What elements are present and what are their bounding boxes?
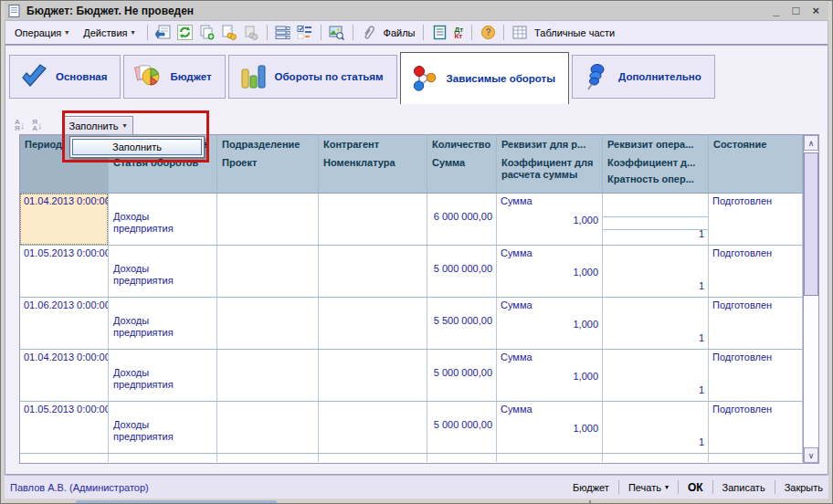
state-cell[interactable]: Подготовлен — [709, 350, 803, 401]
header-state[interactable]: Состояние — [709, 135, 803, 193]
header-contractor-nomenclature[interactable]: КонтрагентНоменклатура — [319, 135, 427, 193]
contractor-cell[interactable] — [319, 402, 427, 453]
amount-cell[interactable]: 5 000 000,00 — [427, 402, 497, 453]
period-cell[interactable]: 01.04.2013 0:00:00 — [20, 350, 109, 401]
vertical-scrollbar[interactable]: ∧ ∨ — [803, 135, 818, 463]
contractor-cell[interactable] — [319, 350, 427, 401]
fill-menu-item[interactable]: Заполнить — [72, 139, 202, 155]
tab-turnovers[interactable]: Обороты по статьям — [228, 55, 397, 99]
department-cell[interactable] — [217, 194, 319, 245]
amount-cell[interactable]: 5 000 000,00 — [427, 350, 497, 401]
chevron-down-icon: ▾ — [132, 28, 135, 37]
period-cell[interactable]: 01.04.2013 0:00:00 — [20, 194, 109, 245]
close-form-button[interactable]: Закрыть — [785, 482, 823, 493]
pie-chart-icon — [133, 62, 163, 91]
setup-list-button[interactable] — [296, 24, 314, 41]
state-cell[interactable]: Подготовлен — [709, 402, 803, 453]
toolbar-separator — [267, 25, 268, 40]
attach-files-button[interactable] — [360, 24, 378, 41]
state-cell[interactable]: Подготовлен — [709, 194, 803, 245]
minimize-button[interactable]: _ — [773, 5, 779, 16]
post-document-button[interactable] — [220, 24, 238, 41]
amount-cell[interactable]: 5 000 000,00 — [427, 246, 497, 297]
department-cell[interactable] — [217, 402, 319, 453]
header-calc-requisite[interactable]: Реквизит для р...Коэффициент для расчета… — [497, 135, 603, 193]
table-row: 01.04.2013 0:00:00 Доходы предприятия 6 … — [20, 194, 803, 246]
save-button[interactable]: Записать — [722, 482, 765, 493]
list-settings-button[interactable] — [274, 24, 292, 41]
header-operation-requisite[interactable]: Реквизит опера...Коэффициент д...Кратнос… — [603, 135, 709, 193]
operation-requisite-cell[interactable]: 1 — [603, 194, 709, 245]
maximize-button[interactable]: □ — [793, 5, 800, 16]
calc-requisite-cell[interactable]: Сумма1,000 — [497, 402, 603, 453]
post-document-icon — [221, 25, 237, 40]
scroll-up-button[interactable]: ∧ — [804, 135, 818, 151]
tabular-parts-button[interactable] — [511, 24, 529, 41]
dtkt-postings-button[interactable]: ДтКт — [452, 26, 465, 39]
turnover-item-cell[interactable]: Доходы предприятия — [109, 402, 217, 453]
amount-cell[interactable]: 6 000 000,00 — [427, 194, 497, 245]
header-quantity-amount[interactable]: КоличествоСумма — [427, 135, 497, 193]
journal-button[interactable] — [430, 24, 448, 41]
table-row: 01.04.2013 0:00:00 Доходы предприятия 5 … — [20, 350, 803, 402]
close-button[interactable]: × — [812, 5, 819, 16]
calc-requisite-cell[interactable]: Сумма1,000 — [497, 350, 603, 401]
calc-requisite-cell[interactable]: Сумма1,000 — [497, 298, 603, 349]
turnover-item-cell[interactable]: Доходы предприятия — [109, 350, 217, 401]
department-cell[interactable] — [217, 246, 319, 297]
operation-requisite-cell[interactable]: 1 — [603, 350, 709, 401]
molecule-icon — [410, 64, 439, 93]
tab-main[interactable]: Основная — [9, 55, 121, 99]
sort-descending-button[interactable]: ЯА↓ — [32, 119, 42, 131]
state-cell[interactable]: Подготовлен — [709, 246, 803, 297]
contractor-cell[interactable] — [319, 246, 427, 297]
refresh-button[interactable] — [176, 24, 195, 41]
coefficient-edit-box[interactable] — [603, 216, 708, 230]
scrollbar-thumb[interactable] — [804, 152, 818, 296]
arrow-down-icon: ↓ — [20, 121, 26, 131]
operation-requisite-cell[interactable]: 1 — [603, 246, 709, 297]
unpost-document-button[interactable] — [242, 24, 260, 41]
calc-requisite-cell[interactable]: Сумма1,000 — [497, 194, 603, 245]
ok-button[interactable]: ОК — [688, 481, 703, 494]
period-cell[interactable]: 01.05.2013 0:00:00 — [20, 402, 109, 453]
operation-requisite-cell[interactable]: 1 — [603, 402, 709, 453]
operation-requisite-cell[interactable]: 1 — [603, 298, 709, 349]
department-cell[interactable] — [217, 298, 319, 349]
period-cell[interactable]: 01.05.2013 0:00:00 — [20, 246, 109, 297]
header-department-project[interactable]: ПодразделениеПроект — [217, 135, 319, 193]
main-toolbar: Операция▾ Действия▾ Файлы ДтКт ? Табличн… — [5, 20, 828, 45]
tabular-parts-label: Табличные части — [532, 27, 617, 38]
turnover-item-cell[interactable]: Доходы предприятия — [109, 246, 217, 297]
budget-button[interactable]: Бюджет — [573, 482, 609, 493]
document-icon — [8, 5, 21, 17]
operation-menu[interactable]: Операция▾ — [9, 26, 74, 40]
print-button[interactable]: Печать▾ — [628, 482, 669, 493]
picture-search-button[interactable] — [328, 24, 346, 41]
turnover-item-cell[interactable]: Доходы предприятия — [109, 194, 217, 245]
tab-dependent-turnovers[interactable]: Зависимые обороты — [400, 52, 570, 104]
list-settings-icon — [275, 25, 290, 40]
tab-budget[interactable]: Бюджет — [123, 55, 225, 99]
turnover-item-cell[interactable]: Доходы предприятия — [109, 298, 217, 349]
sort-ascending-button[interactable]: АЯ↓ — [15, 119, 25, 131]
toolbar-separator — [423, 25, 424, 40]
department-cell[interactable] — [217, 350, 319, 401]
files-button[interactable]: Файлы — [382, 27, 417, 38]
window-title: Бюджет: Бюджет. Не проведен — [26, 5, 194, 17]
calc-requisite-cell[interactable]: Сумма1,000 — [497, 246, 603, 297]
tab-strip: Основная Бюджет Обороты по статьям Завис… — [9, 52, 715, 104]
contractor-cell[interactable] — [319, 194, 427, 245]
copy-document-button[interactable] — [198, 24, 216, 41]
help-button[interactable]: ? — [479, 24, 497, 41]
reread-document-button[interactable] — [154, 24, 173, 41]
state-cell[interactable]: Подготовлен — [709, 298, 803, 349]
contractor-cell[interactable] — [319, 298, 427, 349]
amount-cell[interactable]: 5 500 000,00 — [427, 298, 497, 349]
period-cell[interactable]: 01.06.2013 0:00:00 — [20, 298, 109, 349]
fill-button[interactable]: Заполнить ▾ — [62, 116, 133, 135]
picture-search-icon — [329, 25, 344, 40]
actions-menu[interactable]: Действия▾ — [78, 26, 140, 40]
tab-additional[interactable]: Дополнительно — [572, 55, 715, 99]
scroll-down-button[interactable]: ∨ — [804, 447, 818, 463]
